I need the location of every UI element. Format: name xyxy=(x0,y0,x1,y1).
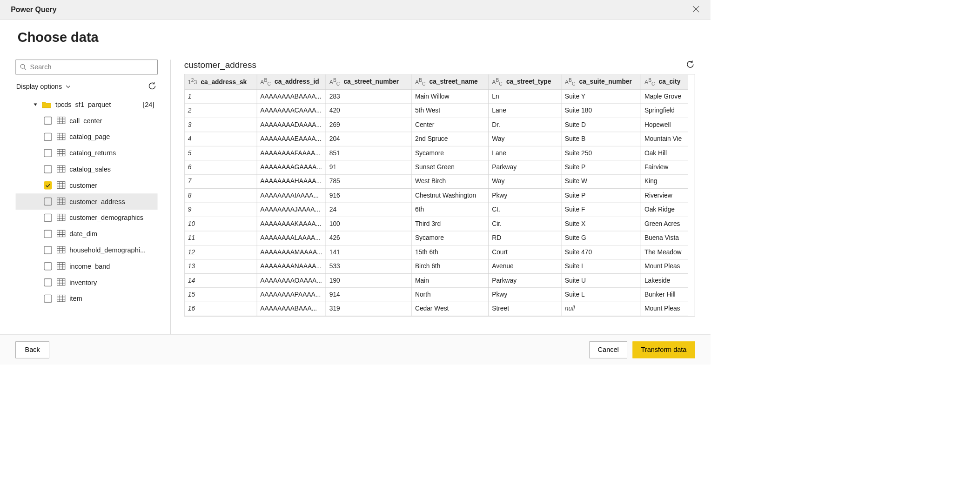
cell: Sycamore xyxy=(411,231,488,245)
table-row[interactable]: 10AAAAAAAAKAAAA...100Third 3rdCir.Suite … xyxy=(185,217,688,231)
column-header[interactable]: 123 ca_address_sk xyxy=(185,74,257,89)
table-checkbox[interactable] xyxy=(44,246,52,254)
cell: 8 xyxy=(185,188,257,202)
refresh-nav-button[interactable] xyxy=(148,81,157,92)
svg-rect-20 xyxy=(57,165,65,172)
table-checkbox[interactable] xyxy=(44,181,52,189)
cell: Parkway xyxy=(489,160,562,174)
table-row[interactable]: 12AAAAAAAAMAAAA...14115th 6thCourtSuite … xyxy=(185,245,688,259)
tree-table-item[interactable]: customer xyxy=(15,177,157,193)
table-checkbox[interactable] xyxy=(44,214,52,222)
table-icon xyxy=(57,278,70,286)
table-row[interactable]: 1AAAAAAAABAAAA...283Main WillowLnSuite Y… xyxy=(185,89,688,103)
tree-table-item[interactable]: income_band xyxy=(15,258,157,274)
tree-folder[interactable]: tpcds_sf1_parquet [24] xyxy=(15,96,157,113)
table-checkbox[interactable] xyxy=(44,165,52,173)
cell: 319 xyxy=(326,302,411,316)
tree-table-item[interactable]: catalog_sales xyxy=(15,161,157,178)
transform-data-button[interactable]: Transform data xyxy=(632,341,695,358)
svg-marker-4 xyxy=(34,104,37,106)
cell: 426 xyxy=(326,231,411,245)
table-row[interactable]: 6AAAAAAAAGAAAA...91Sunset GreenParkwaySu… xyxy=(185,160,688,174)
column-header[interactable]: ABC ca_address_id xyxy=(257,74,326,89)
table-icon xyxy=(57,197,70,205)
cell: 283 xyxy=(326,89,411,103)
window-title: Power Query xyxy=(11,5,56,14)
table-icon xyxy=(57,230,70,238)
table-icon xyxy=(57,116,70,125)
table-row[interactable]: 13AAAAAAAANAAAA...533Birch 6thAvenueSuit… xyxy=(185,259,688,273)
tree-table-item[interactable]: catalog_page xyxy=(15,129,157,145)
table-checkbox[interactable] xyxy=(44,117,52,125)
text-type-icon: ABC xyxy=(415,79,425,86)
table-label: customer_address xyxy=(69,198,125,205)
cell: Chestnut Washington xyxy=(411,188,488,202)
table-row[interactable]: 11AAAAAAAALAAAA...426SycamoreRDSuite GBu… xyxy=(185,231,688,245)
tree-table-item[interactable]: item xyxy=(15,291,157,307)
table-checkbox[interactable] xyxy=(44,133,52,141)
cell: 91 xyxy=(326,160,411,174)
table-row[interactable]: 5AAAAAAAAFAAAA...851SycamoreLaneSuite 25… xyxy=(185,146,688,160)
cell: AAAAAAAAFAAAA... xyxy=(257,146,326,160)
column-header[interactable]: ABC ca_street_number xyxy=(326,74,411,89)
preview-title: customer_address xyxy=(184,60,256,70)
page-title: Choose data xyxy=(18,30,695,45)
column-header[interactable]: ABC ca_city xyxy=(641,74,688,89)
table-row[interactable]: 16AAAAAAAABAAA...319Cedar WestStreetnull… xyxy=(185,302,688,316)
table-label: inventory xyxy=(69,279,97,286)
tree-table-item[interactable]: date_dim xyxy=(15,226,157,242)
table-checkbox[interactable] xyxy=(44,278,52,286)
table-checkbox[interactable] xyxy=(44,295,52,303)
search-input[interactable] xyxy=(15,60,157,74)
cell: Ct. xyxy=(489,203,562,217)
table-icon xyxy=(57,181,70,190)
column-header[interactable]: ABC ca_street_name xyxy=(411,74,488,89)
column-header[interactable]: ABC ca_suite_number xyxy=(561,74,641,89)
search-field[interactable] xyxy=(30,63,154,71)
tree-table-item[interactable]: customer_demographics xyxy=(15,210,157,226)
table-checkbox[interactable] xyxy=(44,198,52,205)
close-icon[interactable] xyxy=(690,4,703,16)
table-row[interactable]: 8AAAAAAAAIAAAA...916Chestnut WashingtonP… xyxy=(185,188,688,202)
table-row[interactable]: 9AAAAAAAAJAAAA...246thCt.Suite FOak Ridg… xyxy=(185,203,688,217)
table-row[interactable]: 15AAAAAAAAPAAAA...914NorthPkwySuite LBun… xyxy=(185,287,688,301)
tree-table-item[interactable]: household_demographi... xyxy=(15,242,157,258)
display-options-dropdown[interactable]: Display options xyxy=(16,83,71,91)
cell: 5 xyxy=(185,146,257,160)
cancel-button[interactable]: Cancel xyxy=(589,341,627,358)
cell: Fairview xyxy=(641,160,688,174)
cell: Suite I xyxy=(561,259,641,273)
table-row[interactable]: 2AAAAAAAACAAAA...4205th WestLaneSuite 18… xyxy=(185,104,688,118)
footer: Back Cancel Transform data xyxy=(0,334,711,364)
cell: Birch 6th xyxy=(411,259,488,273)
cell: Suite 470 xyxy=(561,245,641,259)
cell: AAAAAAAAHAAAA... xyxy=(257,174,326,188)
table-checkbox[interactable] xyxy=(44,149,52,157)
table-row[interactable]: 14AAAAAAAAOAAAA...190MainParkwaySuite UL… xyxy=(185,273,688,287)
column-header[interactable]: ABC ca_street_type xyxy=(489,74,562,89)
cell: AAAAAAAAGAAAA... xyxy=(257,160,326,174)
table-row[interactable]: 4AAAAAAAAEAAAA...2042nd SpruceWaySuite B… xyxy=(185,132,688,146)
cell: AAAAAAAAPAAAA... xyxy=(257,287,326,301)
cell: King xyxy=(641,174,688,188)
navigator-panel: Display options tpcds_sf1_parquet xyxy=(15,60,171,334)
tree-table-item[interactable]: catalog_returns xyxy=(15,145,157,161)
cell: AAAAAAAADAAAA... xyxy=(257,118,326,132)
table-row[interactable]: 7AAAAAAAAHAAAA...785West BirchWaySuite W… xyxy=(185,174,688,188)
table-row[interactable]: 3AAAAAAAADAAAA...269CenterDr.Suite DHope… xyxy=(185,118,688,132)
cell: Pkwy xyxy=(489,188,562,202)
text-type-icon: ABC xyxy=(644,79,655,86)
cell: 10 xyxy=(185,217,257,231)
tree-table-item[interactable]: call_center xyxy=(15,113,157,129)
refresh-preview-button[interactable] xyxy=(685,60,695,70)
table-checkbox[interactable] xyxy=(44,262,52,270)
back-button[interactable]: Back xyxy=(15,341,49,358)
data-source-tree: tpcds_sf1_parquet [24] call_centercatalo… xyxy=(15,96,157,306)
tree-table-item[interactable]: inventory xyxy=(15,274,157,291)
cell: Mountain Vie xyxy=(641,132,688,146)
table-icon xyxy=(57,294,70,303)
table-checkbox[interactable] xyxy=(44,230,52,238)
preview-table: 123 ca_address_skABC ca_address_idABC ca… xyxy=(185,74,689,316)
tree-table-item[interactable]: customer_address xyxy=(15,193,157,210)
table-label: customer_demographics xyxy=(69,214,143,221)
